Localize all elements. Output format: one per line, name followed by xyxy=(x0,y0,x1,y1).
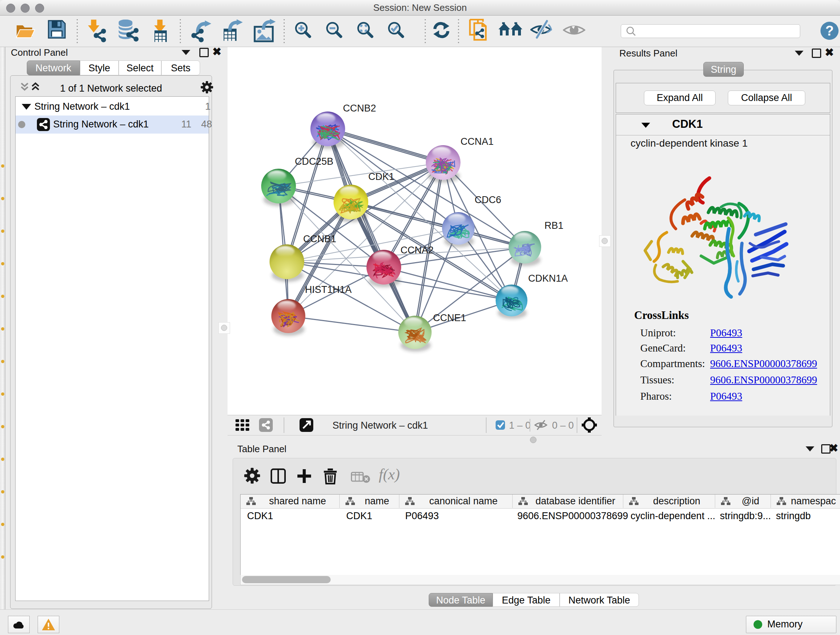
svg-text:CCNB2: CCNB2 xyxy=(343,103,376,114)
svg-text:?: ? xyxy=(825,23,834,38)
svg-text:CDC25B: CDC25B xyxy=(295,156,333,167)
svg-text:RB1: RB1 xyxy=(545,220,564,231)
svg-text:CDC6: CDC6 xyxy=(475,195,501,205)
svg-text:CDKN1A: CDKN1A xyxy=(528,273,568,284)
svg-text:String Network – cdk1: String Network – cdk1 xyxy=(332,420,428,431)
svg-text:HIST1H1A: HIST1H1A xyxy=(305,284,352,295)
svg-text:CCNB1: CCNB1 xyxy=(303,233,336,244)
svg-text:0 – 0: 0 – 0 xyxy=(552,420,574,431)
svg-text:CCNA1: CCNA1 xyxy=(461,136,494,147)
svg-text:CCNE1: CCNE1 xyxy=(433,312,466,323)
svg-text:1 – 0: 1 – 0 xyxy=(509,420,531,431)
svg-text:CCNA2: CCNA2 xyxy=(401,245,434,256)
svg-text:CDK1: CDK1 xyxy=(368,171,394,182)
